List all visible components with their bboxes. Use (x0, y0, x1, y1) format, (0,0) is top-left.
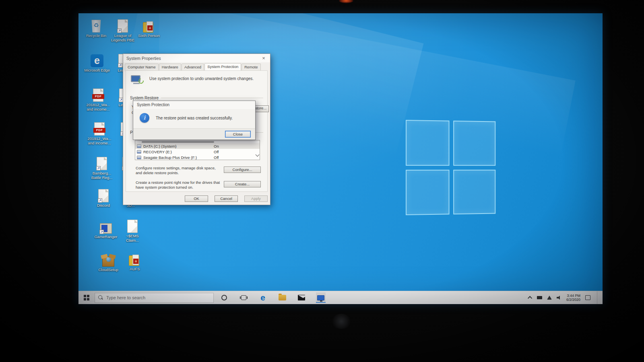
create-description: Create a restore point right now for the… (136, 180, 222, 190)
document-icon (127, 220, 138, 233)
edge-taskbar-button[interactable]: e (258, 292, 268, 303)
tray-expand-icon[interactable] (528, 296, 532, 300)
shortcut-arrow-icon: ↗ (117, 29, 122, 33)
task-view-button[interactable] (239, 292, 248, 303)
folder-icon (279, 295, 286, 300)
pdf-icon: PDF (93, 88, 103, 102)
system-restore-group-label: System Restore (130, 96, 263, 100)
drive-row[interactable]: RECOVERY (E:) Off (135, 149, 260, 154)
create-button[interactable]: Create... (224, 181, 261, 187)
desktop-icon-aufs[interactable]: a AUFS (122, 251, 148, 272)
desktop-icon-recycle-bin[interactable]: ♻ Recycle Bin (83, 17, 109, 38)
cancel-button[interactable]: Cancel (215, 195, 238, 202)
volume-icon[interactable] (557, 296, 561, 300)
message-box-title[interactable]: System Protection (133, 101, 255, 109)
search-input[interactable] (106, 295, 195, 300)
desktop-icon-cloudsetup[interactable]: CloudSetup (95, 251, 121, 272)
hp-logo (332, 314, 351, 329)
desktop-icon-ems-claim[interactable]: ~$EMS Claim... (120, 218, 145, 243)
drive-row[interactable]: DATA (C:) (System) On (135, 143, 260, 149)
desktop-icon-discord[interactable]: ↗ Discord (91, 187, 116, 208)
system-properties-taskbar-button[interactable] (316, 292, 326, 303)
desktop-icon-sixth-person[interactable]: a Sixth Person (136, 17, 162, 38)
mail-icon (298, 295, 305, 300)
system-protection-icon (130, 74, 144, 86)
drive-icon (137, 144, 141, 148)
gameranger-icon: ↗ (100, 223, 112, 234)
tab-strip: Computer Name Hardware Advanced System P… (123, 62, 270, 71)
shortcut-file-icon: ↗ (97, 157, 107, 170)
shortcut-arrow-icon: ↗ (98, 198, 102, 203)
network-icon[interactable] (547, 296, 552, 300)
start-button[interactable] (78, 295, 95, 300)
pdf-icon: PDF (94, 122, 105, 136)
shortcut-arrow-icon: ↗ (96, 166, 101, 171)
protection-drive-list[interactable]: DATA (C:) (System) On RECOVERY (E:) Off … (135, 140, 260, 160)
drive-row-partial[interactable] (135, 140, 260, 143)
mail-button[interactable] (297, 292, 306, 303)
clock-date: 6/2/2020 (566, 298, 580, 302)
desktop-icon-pdf-2019[interactable]: PDF 201912_Wa... and income... (87, 120, 112, 145)
configure-button[interactable]: Configure... (224, 167, 261, 173)
task-view-icon (241, 295, 246, 300)
ai-folder-icon: a (129, 254, 141, 266)
action-center-icon[interactable] (585, 295, 590, 300)
file-explorer-button[interactable] (277, 292, 287, 303)
configure-description: Configure restore settings, manage disk … (136, 166, 222, 175)
apply-button[interactable]: Apply (244, 195, 268, 202)
screen: ♻ Recycle Bin ↗ League of Legends PBE a … (78, 13, 603, 304)
cortana-icon (221, 295, 227, 300)
desktop-icon-pdf-2018[interactable]: PDF 201812_Wa... and income... (85, 86, 111, 111)
desktop-icon-bamberg[interactable]: ↗ Bamberg... Battle Reg... (89, 155, 115, 180)
shortcut-file-icon: ↗ (98, 189, 109, 202)
clock-time: 3:44 PM (566, 294, 580, 298)
ok-button[interactable]: OK (185, 195, 208, 202)
taskbar-search-box[interactable] (95, 293, 214, 303)
shortcut-file-icon: ↗ (118, 19, 128, 33)
drive-icon (137, 156, 141, 159)
intro-text: Use system protection to undo unwanted s… (149, 74, 259, 81)
search-icon (98, 295, 103, 300)
cortana-button[interactable] (219, 292, 229, 303)
monitor-photo: ♻ Recycle Bin ↗ League of Legends PBE a … (0, 0, 644, 362)
show-desktop-button[interactable] (597, 291, 599, 304)
desktop-icon-gameranger[interactable]: ↗ GameRanger (93, 218, 119, 239)
close-icon[interactable]: × (260, 55, 267, 61)
device-tray-icon[interactable] (537, 296, 542, 299)
drive-icon (137, 150, 141, 154)
edge-icon: e (91, 54, 103, 67)
ai-folder-icon: a (143, 21, 155, 33)
edge-icon: e (260, 294, 265, 302)
title-bar[interactable]: System Properties × (123, 54, 270, 62)
tray-clock[interactable]: 3:44 PM 6/2/2020 (566, 294, 580, 302)
system-monitor-icon (317, 295, 324, 300)
windows-logo-icon (84, 295, 89, 300)
desktop-icon-edge[interactable]: e Microsoft Edge (84, 52, 110, 73)
webcam-led (339, 0, 353, 3)
close-button[interactable]: Close (225, 131, 251, 138)
desktop-icon-lol-pbe[interactable]: ↗ League of Legends PBE (110, 17, 136, 42)
shortcut-arrow-icon: ↗ (99, 230, 104, 234)
taskbar: e 3:44 PM 6/2/2020 (78, 291, 603, 304)
setup-box-icon (102, 256, 114, 267)
recycle-bin-icon: ♻ (91, 20, 101, 33)
windows-logo-watermark (406, 120, 495, 215)
system-protection-message-box: System Protection i The restore point wa… (133, 101, 256, 140)
tab-system-protection[interactable]: System Protection (204, 63, 241, 71)
message-text: The restore point was created successful… (156, 116, 233, 120)
window-title: System Properties (126, 56, 260, 61)
drive-row[interactable]: Seagate Backup Plus Drive (F:) Off (135, 154, 260, 160)
info-icon: i (140, 113, 149, 123)
